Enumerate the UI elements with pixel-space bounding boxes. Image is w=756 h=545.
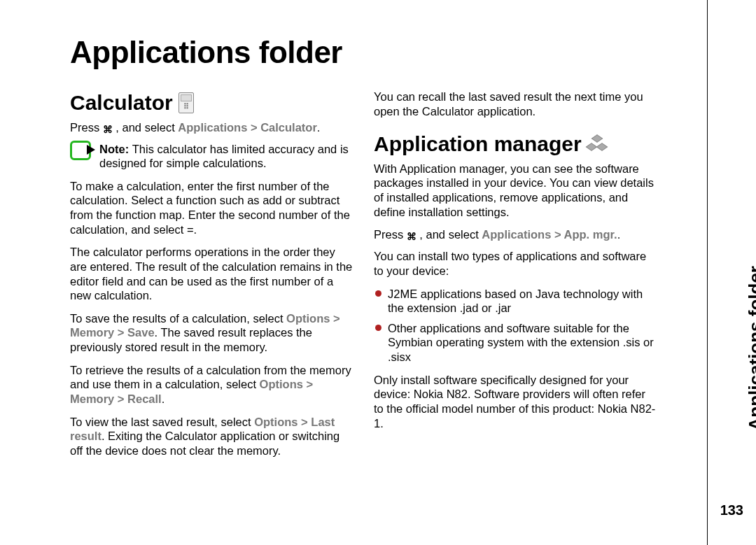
calc-p2: The calculator performs operations in th…: [70, 245, 354, 303]
press-prefix: Press: [70, 121, 103, 134]
calc-menu-path: Applications > Calculator: [178, 121, 317, 134]
calculator-heading: Calculator: [70, 90, 354, 116]
left-column: Calculator Press ⌘ , and select Applicat…: [70, 90, 354, 466]
right-column: You can recall the last saved result the…: [374, 90, 658, 466]
note-arrow-icon: [87, 145, 95, 155]
calc-p4: To retrieve the results of a calculation…: [70, 363, 354, 406]
list-item: Other applications and software suitable…: [374, 321, 658, 364]
col2-top-para: You can recall the last saved result the…: [374, 90, 658, 118]
appmgr-bullet-list: J2ME applications based on Java technolo…: [374, 287, 658, 364]
press-mid: , and select: [416, 228, 482, 241]
menu-key-icon: ⌘: [103, 124, 113, 135]
cube-icon: [591, 134, 603, 143]
calc-p3: To save the results of a calculation, se…: [70, 311, 354, 355]
page-number: 133: [720, 502, 743, 518]
press-prefix: Press: [374, 228, 407, 241]
p4b: .: [162, 392, 165, 405]
calc-p1: To make a calculation, enter the first n…: [70, 179, 354, 237]
appmgr-footer: Only install software specifically desig…: [374, 373, 658, 431]
manual-page: Applications folder Calculator Press ⌘ ,…: [0, 0, 700, 545]
note-text: This calculator has limited accuracy and…: [99, 143, 349, 170]
calc-press-instruction: Press ⌘ , and select Applications > Calc…: [70, 120, 354, 135]
calc-note: Note: This calculator has limited accura…: [70, 142, 354, 171]
appmgr-heading-text: Application manager: [374, 131, 582, 157]
menu-key-icon: ⌘: [407, 231, 416, 242]
p5a: To view the last saved result, select: [70, 416, 254, 428]
appmgr-heading: Application manager: [374, 131, 658, 157]
side-tab-label: Applications folder: [745, 266, 756, 430]
appmgr-press-instruction: Press ⌘ , and select Applications > App.…: [374, 227, 658, 242]
list-item: J2ME applications based on Java technolo…: [374, 287, 658, 316]
press-suffix: .: [617, 228, 621, 241]
page-title: Applications folder: [70, 35, 658, 70]
p3a: To save the results of a calculation, se…: [70, 312, 286, 325]
appmgr-desc: With Application manager, you can see th…: [374, 162, 658, 220]
application-manager-icon: [587, 135, 607, 153]
appmgr-two-types-intro: You can install two types of application…: [374, 249, 658, 278]
calculator-heading-text: Calculator: [70, 90, 173, 116]
press-mid: , and select: [113, 121, 178, 134]
p5b: . Exiting the Calculator application or …: [70, 430, 340, 457]
press-suffix: .: [317, 121, 321, 134]
calc-p5: To view the last saved result, select Op…: [70, 415, 354, 458]
cube-icon: [585, 143, 597, 151]
note-label: Note:: [99, 143, 132, 155]
cube-icon: [596, 143, 608, 151]
calculator-icon: [178, 92, 194, 113]
columns: Calculator Press ⌘ , and select Applicat…: [70, 90, 658, 466]
appmgr-menu-path: Applications > App. mgr.: [482, 228, 617, 241]
side-tab: Applications folder 133: [707, 0, 756, 545]
